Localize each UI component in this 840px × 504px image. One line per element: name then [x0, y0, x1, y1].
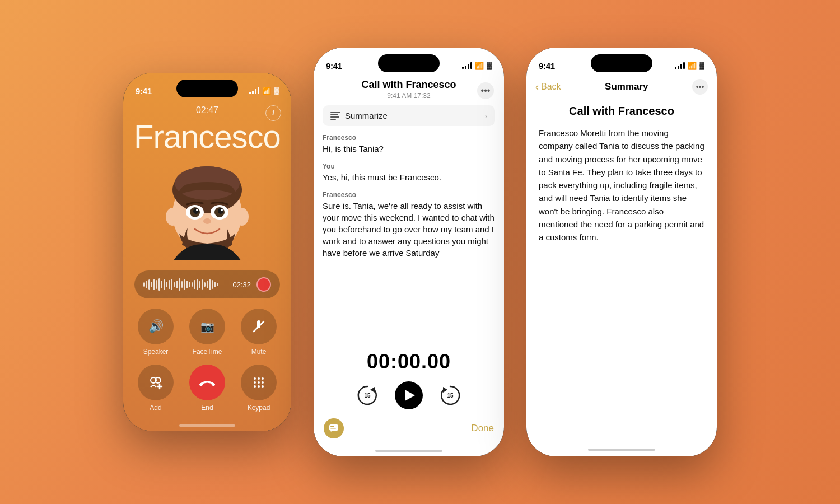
call-controls-row2: Add End — [123, 365, 291, 412]
back-label: Back — [541, 82, 561, 92]
speaker-3-name: Francesco — [323, 191, 495, 199]
svg-rect-32 — [330, 116, 339, 118]
svg-point-13 — [203, 218, 211, 224]
more-options-button[interactable]: ••• — [477, 82, 494, 99]
svg-point-26 — [262, 381, 264, 384]
speaker-1-name: Francesco — [323, 134, 495, 142]
playback-section: 00:00.00 15 — [314, 341, 504, 414]
svg-point-24 — [254, 381, 256, 384]
wifi-icon-3: 📶 — [688, 62, 697, 70]
transcript-title: Call with Francesco — [325, 79, 493, 91]
wifi-icon-2: 📶 — [475, 62, 484, 70]
summarize-icon — [330, 112, 340, 120]
svg-rect-30 — [330, 112, 340, 113]
transcript-entry-3: Francesco Sure is. Tania, we're all read… — [323, 191, 495, 259]
dynamic-island-2 — [378, 54, 440, 72]
skip-forward-button[interactable]: 15 — [438, 384, 462, 407]
home-indicator-1 — [179, 424, 235, 427]
playback-timer: 00:00.00 — [367, 350, 451, 374]
summary-text: Francesco Moretti from the moving compan… — [539, 127, 704, 244]
transcript-meta: 9:41 AM 17:32 — [325, 92, 493, 100]
svg-point-3 — [166, 208, 179, 226]
svg-point-21 — [254, 377, 256, 380]
svg-point-25 — [258, 381, 260, 384]
end-call-button[interactable]: End — [186, 365, 228, 412]
phone-1: 9:41 📶 ▓ i 02:47 Francesco — [123, 73, 291, 431]
svg-point-22 — [258, 377, 260, 380]
status-time-2: 9:41 — [326, 61, 342, 71]
battery-icon-3: ▓ — [699, 62, 704, 69]
svg-text:15: 15 — [364, 393, 371, 399]
summary-more-button[interactable]: ••• — [692, 79, 708, 95]
dynamic-island — [176, 80, 238, 97]
mute-label: Mute — [251, 348, 267, 356]
home-indicator-3 — [588, 449, 655, 451]
chevron-right-icon: › — [484, 111, 487, 120]
summarize-label: Summarize — [345, 111, 388, 120]
transcript-header: Call with Francesco 9:41 AM 17:32 — [314, 76, 504, 105]
transcript-entry-2: You Yes, hi, this must be Francesco. — [323, 162, 495, 183]
skip-back-button[interactable]: 15 — [356, 384, 379, 407]
record-button[interactable] — [256, 277, 271, 292]
add-button[interactable]: Add — [134, 365, 177, 412]
svg-point-11 — [196, 209, 198, 211]
phone3-screen: 9:41 📶 ▓ ‹ Back Summary ••• Ca — [526, 48, 717, 456]
svg-marker-34 — [370, 387, 375, 393]
summary-call-title: Call with Francesco — [539, 105, 704, 118]
signal-icon-3 — [675, 62, 685, 69]
status-time-1: 9:41 — [136, 86, 152, 96]
keypad-button[interactable]: Keypad — [237, 365, 280, 412]
summarize-bar[interactable]: Summarize › — [323, 105, 495, 126]
battery-icon-2: ▓ — [487, 62, 492, 69]
transcript-scroll[interactable]: Francesco Hi, is this Tania? You Yes, hi… — [314, 134, 504, 341]
status-icons-3: 📶 ▓ — [675, 62, 704, 70]
facetime-button[interactable]: 📷 FaceTime — [186, 309, 228, 356]
waveform-visual — [143, 278, 227, 291]
facetime-label: FaceTime — [193, 348, 222, 356]
bottom-bar-2: Done — [314, 414, 504, 447]
svg-rect-31 — [330, 114, 338, 115]
svg-text:15: 15 — [447, 393, 454, 399]
battery-icon: ▓ — [274, 87, 279, 95]
keypad-label: Keypad — [248, 404, 270, 412]
svg-point-4 — [235, 208, 249, 226]
avatar-memoji — [157, 161, 258, 262]
svg-point-27 — [254, 385, 256, 388]
call-controls-row1: 🔊 Speaker 📷 FaceTime Mute — [123, 309, 291, 356]
transcript-entry-1: Francesco Hi, is this Tania? — [323, 134, 495, 155]
phone-2: 9:41 📶 ▓ Call with Francesco 9:41 AM 17:… — [314, 48, 504, 456]
add-label: Add — [150, 404, 161, 412]
svg-point-28 — [258, 385, 260, 388]
speaker-1-text: Hi, is this Tania? — [323, 143, 495, 155]
waveform-bar: 02:32 — [134, 270, 280, 298]
wifi-icon: 📶 — [262, 87, 271, 95]
caller-name: Francesco — [123, 118, 291, 155]
end-label: End — [201, 404, 213, 412]
speaker-2-text: Yes, hi, this must be Francesco. — [323, 171, 495, 183]
done-button[interactable]: Done — [471, 423, 494, 434]
play-button[interactable] — [395, 381, 423, 409]
summary-nav: ‹ Back Summary ••• — [526, 76, 717, 100]
speaker-button[interactable]: 🔊 Speaker — [134, 309, 177, 356]
info-button[interactable]: i — [265, 105, 281, 121]
back-button[interactable]: ‹ Back — [535, 81, 561, 93]
svg-point-23 — [262, 377, 264, 380]
playback-controls: 15 15 — [356, 381, 462, 409]
svg-point-29 — [262, 385, 264, 388]
svg-rect-38 — [329, 424, 338, 431]
dynamic-island-3 — [591, 54, 652, 72]
svg-rect-39 — [330, 426, 334, 427]
rec-time: 02:32 — [232, 281, 251, 289]
phone2-screen: 9:41 📶 ▓ Call with Francesco 9:41 AM 17:… — [314, 48, 504, 456]
status-icons-1: 📶 ▓ — [249, 87, 279, 95]
status-time-3: 9:41 — [539, 61, 555, 71]
phone1-screen: 9:41 📶 ▓ i 02:47 Francesco — [123, 73, 291, 431]
speaker-3-text: Sure is. Tania, we're all ready to assis… — [323, 200, 495, 259]
mute-button[interactable]: Mute — [237, 309, 280, 356]
speaker-label: Speaker — [143, 348, 169, 356]
svg-point-9 — [193, 208, 199, 214]
svg-marker-36 — [443, 387, 447, 393]
summary-content: Call with Francesco Francesco Moretti fr… — [526, 100, 717, 456]
chat-button[interactable] — [324, 418, 344, 438]
status-icons-2: 📶 ▓ — [462, 62, 492, 70]
